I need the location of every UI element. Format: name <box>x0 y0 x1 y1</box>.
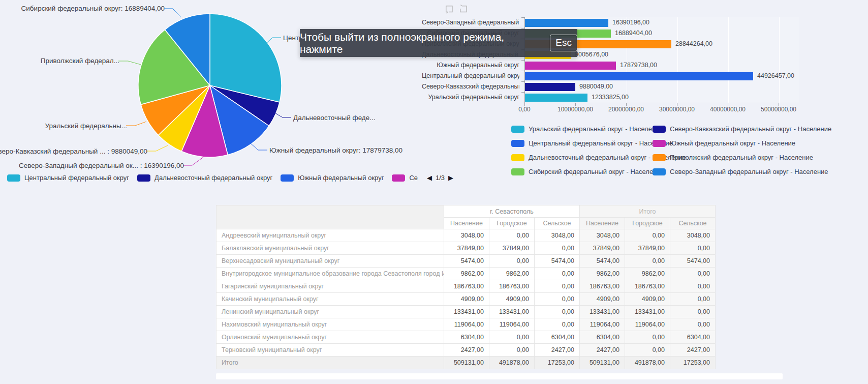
row-label-cell: Орлиновский муниципальный округ <box>216 331 444 344</box>
pie-legend-item[interactable]: Центральный федеральный округ <box>7 174 129 182</box>
legend-label: Южный федеральный округ - Население <box>670 139 795 147</box>
legend-swatch <box>653 154 666 161</box>
row-label-cell: Итого <box>216 357 444 369</box>
legend-label: Приволжский федеральный округ - Населени… <box>670 154 813 161</box>
bar-chart-panel: Северо-Западный федеральный ок...Сибирск… <box>422 0 868 188</box>
value-cell: 6304,00 <box>580 331 625 344</box>
bar[interactable] <box>525 94 587 102</box>
value-cell: 3048,00 <box>580 229 625 242</box>
legend-swatch <box>281 174 294 182</box>
value-cell: 509131,00 <box>444 357 489 369</box>
bar-category-label: Северо-Западный федеральный ок... <box>422 17 519 28</box>
bar[interactable] <box>525 62 616 70</box>
col-header-gorodskoe: Городское <box>489 218 535 229</box>
value-cell: 491878,00 <box>625 357 670 369</box>
value-cell: 133431,00 <box>444 306 489 318</box>
value-cell: 6304,00 <box>535 331 580 344</box>
value-cell: 3048,00 <box>444 229 489 242</box>
bar[interactable] <box>525 19 608 27</box>
value-axis-tick-label: 40000000,00 <box>700 106 756 113</box>
bar-legend-item[interactable]: Дальневосточный федеральный округ - Насе… <box>511 154 653 161</box>
gridline <box>779 17 780 103</box>
value-cell: 186763,00 <box>444 280 489 293</box>
value-cell: 5474,00 <box>444 255 489 268</box>
group-header-sevastopol: г. Севастополь <box>444 205 580 218</box>
value-cell: 3048,00 <box>670 229 716 242</box>
row-label-cell: Нахимовский муниципальный округ <box>216 318 444 331</box>
fullscreen-exit-toast: Чтобы выйти из полноэкранного режима, на… <box>300 29 577 57</box>
bar-value-label: 44926457,00 <box>757 71 794 81</box>
legend-swatch <box>653 168 666 175</box>
table-row: Терновский муниципальный округ2427,000,0… <box>216 344 716 357</box>
value-cell: 17253,00 <box>535 357 580 369</box>
reset-zoom-icon[interactable] <box>458 4 469 14</box>
value-cell: 119064,00 <box>444 318 489 331</box>
pie-callout-uralsky: Уральский федеральны... <box>45 122 127 130</box>
bar-category-label: Северо-Кавказский федеральный ... <box>422 81 519 92</box>
pie-callout-line <box>183 157 203 165</box>
table-row: Внутригородское муниципальное образовани… <box>216 268 716 280</box>
legend-label: Дальневосточный федеральный округ <box>154 174 272 182</box>
value-cell: 0,00 <box>489 229 535 242</box>
value-cell: 0,00 <box>535 242 580 255</box>
legend-label: Центральный федеральный округ <box>24 174 129 182</box>
bar-category-label: Уральский федеральный округ <box>422 92 519 103</box>
table-row: Верхнесадовский муниципальный округ5474,… <box>216 255 716 268</box>
bar-legend-item[interactable]: Северо-Западный федеральный округ - Насе… <box>653 168 831 175</box>
value-cell: 0,00 <box>670 306 716 318</box>
pie-callout-line <box>165 9 181 17</box>
group-header-itogo: Итого <box>580 205 716 218</box>
col-header-selskoe-itogo: Сельское <box>670 218 716 229</box>
pie-callout-line <box>118 61 141 65</box>
value-cell: 9862,00 <box>580 268 625 280</box>
pie-callout-line <box>126 122 146 126</box>
value-cell: 0,00 <box>535 280 580 293</box>
bar[interactable] <box>525 72 753 80</box>
legend-swatch <box>511 126 524 133</box>
pie-callout-dalnevostochny: Дальневосточный феде... <box>293 114 376 122</box>
bar-legend-item[interactable]: Сибирский федеральный округ - Население <box>511 168 653 175</box>
value-cell: 4909,00 <box>580 293 625 306</box>
value-cell: 3048,00 <box>535 229 580 242</box>
col-header-naselenie-itogo: Население <box>580 218 625 229</box>
bar[interactable] <box>525 83 575 91</box>
bar-legend-item[interactable]: Уральский федеральный округ - Население <box>511 125 653 133</box>
population-table: г. Севастополь Итого Население Городское… <box>216 205 716 369</box>
undo-zoom-icon[interactable] <box>444 4 454 14</box>
legend-label: Северо-Западный федеральный округ - Насе… <box>670 168 828 175</box>
value-cell: 0,00 <box>670 242 716 255</box>
legend-label: Южный федеральный округ <box>298 174 384 182</box>
bar-legend-item[interactable]: Центральный федеральный округ - Населени… <box>511 139 653 147</box>
value-cell: 0,00 <box>625 331 670 344</box>
value-cell: 133431,00 <box>580 306 625 318</box>
value-cell: 4909,00 <box>625 293 670 306</box>
pie-legend-item[interactable]: Дальневосточный федеральный округ <box>137 174 272 182</box>
pie-legend-item[interactable]: Се <box>392 174 418 182</box>
table-row: Орлиновский муниципальный округ6304,000,… <box>216 331 716 344</box>
table-row: Балаклавский муниципальный округ37849,00… <box>216 242 716 255</box>
value-cell: 0,00 <box>535 268 580 280</box>
bar-value-label: 16889404,00 <box>615 28 652 39</box>
legend-swatch <box>653 126 666 133</box>
table-row: Ленинский муниципальный округ133431,0013… <box>216 306 716 318</box>
pie-legend-item[interactable]: Южный федеральный округ <box>281 174 384 182</box>
table-row: Нахимовский муниципальный округ119064,00… <box>216 318 716 331</box>
bar-legend-item[interactable]: Северо-Кавказский федеральный округ - На… <box>653 125 831 133</box>
value-cell: 133431,00 <box>625 306 670 318</box>
bar-value-label: 9880049,00 <box>579 81 613 92</box>
category-axis-tick <box>521 28 524 28</box>
bar-legend-item[interactable]: Приволжский федеральный округ - Населени… <box>653 154 831 161</box>
row-label-cell: Балаклавский муниципальный округ <box>216 242 444 255</box>
value-cell: 5474,00 <box>670 255 716 268</box>
bar-legend-item[interactable]: Южный федеральный округ - Население <box>653 139 831 147</box>
bar-category-label: Центральный федеральный округ <box>422 71 519 81</box>
row-label-cell: Гагаринский муниципальный округ <box>216 280 444 293</box>
pie-callout-severo-zapadny: Северо-Западный федеральный ок... : 1639… <box>19 162 184 169</box>
value-cell: 0,00 <box>670 318 716 331</box>
value-cell: 0,00 <box>535 306 580 318</box>
row-label-cell: Качинский муниципальный округ <box>216 293 444 306</box>
table-scrollbar-track[interactable] <box>216 373 783 379</box>
data-table-panel: г. Севастополь Итого Население Городское… <box>216 205 716 369</box>
legend-swatch <box>511 168 524 175</box>
value-cell: 2427,00 <box>535 344 580 357</box>
